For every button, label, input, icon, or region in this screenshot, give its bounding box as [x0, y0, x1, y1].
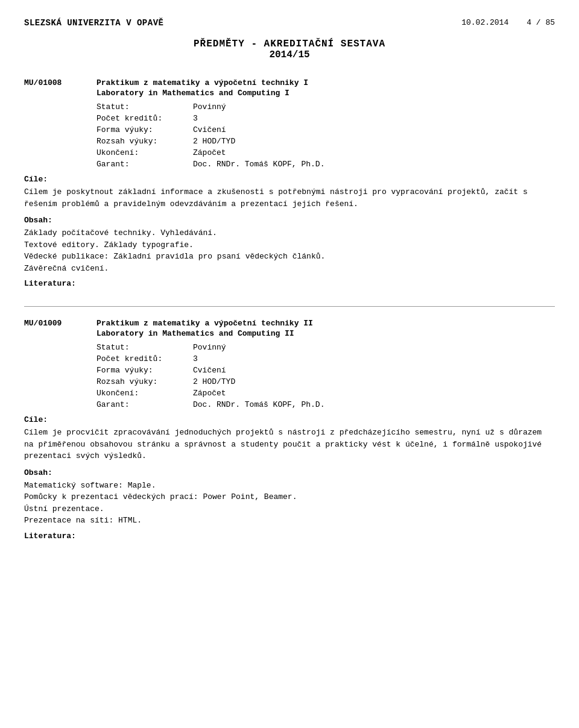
field-label-1-3: Rozsah výuky: [96, 377, 193, 386]
field-value-1-5: Doc. RNDr. Tomáš KOPF, Ph.D. [193, 400, 324, 409]
field-value-1-4: Zápočet [193, 389, 226, 398]
header-right: 10.02.2014 4 / 85 [461, 18, 555, 27]
university-name: SLEZSKÁ UNIVERZITA V OPAVĚ [24, 18, 163, 28]
field-value-0-2: Cvičení [193, 125, 226, 134]
obsah-content-1: Matematický software: Maple. Pomůcky k p… [24, 480, 555, 527]
field-label-0-3: Rozsah výuky: [96, 137, 193, 146]
field-label-1-2: Forma výuky: [96, 366, 193, 375]
main-title: PŘEDMĚTY - AKREDITAČNÍ SESTAVA [24, 39, 555, 49]
field-row-1-5: Garant:Doc. RNDr. Tomáš KOPF, Ph.D. [96, 400, 555, 409]
field-label-0-5: Garant: [96, 160, 193, 169]
course-fields-1: Statut:PovinnýPočet kreditů:3Forma výuky… [96, 343, 555, 409]
literatura-label-0: Literatura: [24, 279, 555, 288]
page-header: SLEZSKÁ UNIVERZITA V OPAVĚ 10.02.2014 4 … [24, 18, 555, 28]
field-label-0-0: Statut: [96, 102, 193, 111]
course-code-1: MU/01009 [24, 319, 96, 328]
field-row-0-3: Rozsah výuky:2 HOD/TYD [96, 137, 555, 146]
field-value-1-1: 3 [193, 354, 198, 363]
course-name-cz-0: Praktikum z matematiky a výpočetní techn… [96, 78, 555, 87]
course-fields-0: Statut:PovinnýPočet kreditů:3Forma výuky… [96, 102, 555, 169]
cile-content-1: Cílem je procvičit zpracovávání jednoduc… [24, 427, 555, 462]
field-label-0-2: Forma výuky: [96, 125, 193, 134]
obsah-heading-0: Obsah: [24, 216, 555, 225]
field-row-0-4: Ukončení:Zápočet [96, 148, 555, 157]
field-label-0-4: Ukončení: [96, 148, 193, 157]
cile-content-0: Cílem je poskytnout základní informace a… [24, 186, 555, 210]
field-value-0-0: Povinný [193, 102, 226, 111]
cile-heading-1: Cíle: [24, 415, 555, 424]
cile-heading-0: Cíle: [24, 175, 555, 184]
course-name-en-1: Laboratory in Mathematics and Computing … [96, 329, 555, 338]
course-block-1: MU/01009Praktikum z matematiky a výpočet… [24, 319, 555, 541]
field-value-1-2: Cvičení [193, 366, 226, 375]
course-block-0: MU/01008Praktikum z matematiky a výpočet… [24, 78, 555, 288]
field-row-0-5: Garant:Doc. RNDr. Tomáš KOPF, Ph.D. [96, 160, 555, 169]
course-name-cz-1: Praktikum z matematiky a výpočetní techn… [96, 319, 555, 328]
header-page: 4 / 85 [527, 18, 555, 27]
field-value-0-4: Zápočet [193, 148, 226, 157]
course-header-row-1: MU/01009Praktikum z matematiky a výpočet… [24, 319, 555, 338]
field-label-1-1: Počet kreditů: [96, 354, 193, 363]
obsah-heading-1: Obsah: [24, 468, 555, 477]
field-row-1-0: Statut:Povinný [96, 343, 555, 352]
field-value-0-3: 2 HOD/TYD [193, 137, 235, 146]
obsah-content-0: Základy počítačové techniky. Vyhledávání… [24, 227, 555, 274]
header-date: 10.02.2014 [461, 18, 508, 27]
field-label-0-1: Počet kreditů: [96, 114, 193, 123]
field-label-1-0: Statut: [96, 343, 193, 352]
field-label-1-4: Ukončení: [96, 389, 193, 398]
field-row-0-0: Statut:Povinný [96, 102, 555, 111]
field-row-0-1: Počet kreditů:3 [96, 114, 555, 123]
field-value-0-5: Doc. RNDr. Tomáš KOPF, Ph.D. [193, 160, 324, 169]
field-row-1-1: Počet kreditů:3 [96, 354, 555, 363]
literatura-label-1: Literatura: [24, 532, 555, 541]
course-name-block-1: Praktikum z matematiky a výpočetní techn… [96, 319, 555, 338]
field-label-1-5: Garant: [96, 400, 193, 409]
page-title-block: PŘEDMĚTY - AKREDITAČNÍ SESTAVA 2014/15 [24, 39, 555, 60]
field-row-0-2: Forma výuky:Cvičení [96, 125, 555, 134]
field-row-1-4: Ukončení:Zápočet [96, 389, 555, 398]
field-row-1-2: Forma výuky:Cvičení [96, 366, 555, 375]
course-separator-0 [24, 306, 555, 307]
course-code-0: MU/01008 [24, 78, 96, 87]
course-name-block-0: Praktikum z matematiky a výpočetní techn… [96, 78, 555, 98]
course-name-en-0: Laboratory in Mathematics and Computing … [96, 89, 555, 98]
field-value-0-1: 3 [193, 114, 198, 123]
sub-title: 2014/15 [24, 49, 555, 60]
field-row-1-3: Rozsah výuky:2 HOD/TYD [96, 377, 555, 386]
courses-container: MU/01008Praktikum z matematiky a výpočet… [24, 78, 555, 541]
field-value-1-3: 2 HOD/TYD [193, 377, 235, 386]
field-value-1-0: Povinný [193, 343, 226, 352]
course-header-row-0: MU/01008Praktikum z matematiky a výpočet… [24, 78, 555, 98]
